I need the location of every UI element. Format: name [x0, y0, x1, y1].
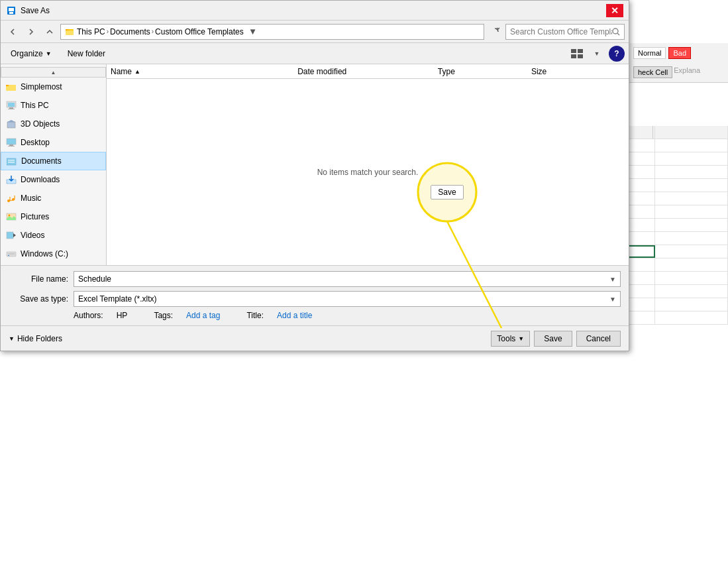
organize-arrow: ▼	[46, 50, 52, 57]
col-type-header[interactable]: Type	[438, 67, 531, 76]
sidebar-item-music-label: Music	[21, 194, 41, 203]
view-toggle-button[interactable]	[569, 46, 585, 62]
dialog-footer: ▼ Hide Folders Tools ▼ Save Cancel	[1, 325, 629, 351]
grid-cell	[655, 272, 728, 284]
dialog-title-text: Save As	[21, 6, 606, 15]
title-meta-label: Title:	[246, 311, 264, 320]
breadcrumb: This PC › Documents › Custom Office Temp…	[77, 27, 244, 36]
authors-value: HP	[117, 311, 128, 320]
grid-cell	[655, 139, 728, 152]
address-bar[interactable]: This PC › Documents › Custom Office Temp…	[60, 24, 484, 40]
new-folder-button[interactable]: New folder	[62, 46, 111, 62]
metadata-row: Authors: HP Tags: Add a tag Title: Add a…	[74, 311, 621, 320]
save-button[interactable]: Save	[534, 331, 572, 347]
cancel-button[interactable]: Cancel	[576, 331, 621, 347]
sidebar-item-simplemost-label: Simplemost	[21, 82, 62, 91]
dialog-titlebar: Save As ✕	[1, 1, 629, 21]
col-name-sort-icon: ▲	[134, 68, 140, 75]
view-dropdown-button[interactable]: ▼	[589, 46, 605, 62]
sidebar-item-pictures[interactable]: Pictures	[1, 207, 106, 226]
breadcrumb-thispc: This PC	[77, 27, 105, 36]
sidebar-scroll-up[interactable]: ▲	[1, 67, 106, 78]
svg-rect-22	[9, 144, 13, 146]
dialog-body: ▲ Simplemost This PC 3D Objects Desktop …	[1, 64, 629, 265]
sidebar-item-windows-c[interactable]: Windows (C:)	[1, 245, 106, 263]
svg-rect-1	[9, 8, 14, 11]
savetype-input-wrapper[interactable]: Excel Template (*.xltx) ▼	[74, 291, 621, 307]
svg-rect-19	[7, 122, 15, 128]
tools-button[interactable]: Tools ▼	[491, 331, 530, 347]
sidebar-item-downloads[interactable]: Downloads	[1, 170, 106, 189]
dialog-form: File name: ▼ Save as type: Excel Templat…	[1, 265, 629, 325]
tags-add-link[interactable]: Add a tag	[186, 311, 220, 320]
sidebar-item-documents[interactable]: Documents	[1, 152, 106, 170]
grid-cell	[655, 205, 728, 218]
svg-rect-26	[8, 162, 15, 163]
sidebar-item-simplemost[interactable]: Simplemost	[1, 78, 106, 96]
svg-point-40	[8, 255, 9, 256]
col-size-header[interactable]: Size	[531, 67, 625, 76]
save-as-dialog: Save As ✕ This PC › Documents › Custom O…	[0, 0, 629, 351]
sidebar-item-videos[interactable]: Videos	[1, 226, 106, 245]
forward-button[interactable]	[23, 25, 39, 39]
hide-folders-label: Hide Folders	[17, 334, 62, 343]
svg-rect-10	[571, 54, 576, 58]
refresh-button[interactable]	[487, 24, 503, 40]
sidebar-item-thispc[interactable]: This PC	[1, 96, 106, 115]
up-button[interactable]	[42, 25, 58, 39]
svg-rect-2	[9, 12, 13, 14]
excel-ribbon: Normal Bad heck Cell Explana	[629, 43, 728, 83]
sidebar-item-3dobjects-label: 3D Objects	[21, 119, 60, 129]
sidebar-item-downloads-label: Downloads	[21, 175, 60, 184]
address-dropdown-button[interactable]: ▼	[246, 25, 260, 39]
sidebar-item-desktop[interactable]: Desktop	[1, 133, 106, 152]
no-items-message: No items match your search.	[107, 79, 629, 265]
sidebar-item-windows-label: Windows (C:)	[21, 249, 68, 258]
savetype-row: Save as type: Excel Template (*.xltx) ▼	[9, 291, 621, 307]
grid-cell	[655, 245, 728, 258]
svg-rect-21	[7, 139, 16, 144]
organize-button[interactable]: Organize ▼	[5, 46, 58, 62]
savetype-label: Save as type:	[9, 294, 68, 304]
sidebar-item-3dobjects[interactable]: 3D Objects	[1, 115, 106, 133]
filename-input-wrapper[interactable]: ▼	[74, 271, 621, 287]
breadcrumb-sep1: ›	[107, 28, 109, 35]
ribbon-normal: Normal	[633, 47, 666, 59]
svg-point-6	[613, 28, 618, 34]
grid-cell	[655, 152, 728, 165]
grid-cell	[655, 126, 728, 139]
tags-label: Tags:	[154, 311, 173, 320]
ribbon-check-cell: heck Cell	[633, 66, 672, 78]
svg-rect-38	[7, 252, 16, 256]
dialog-toolbar: This PC › Documents › Custom Office Temp…	[1, 21, 629, 43]
grid-cell	[655, 179, 728, 192]
col-name-header[interactable]: Name ▲	[111, 67, 297, 76]
filename-input[interactable]	[78, 274, 609, 284]
hide-folders-button[interactable]: ▼ Hide Folders	[9, 334, 62, 343]
savetype-dropdown-arrow[interactable]: ▼	[609, 296, 616, 303]
back-button[interactable]	[5, 25, 21, 39]
grid-cell	[655, 311, 728, 324]
col-date-header[interactable]: Date modified	[297, 67, 438, 76]
column-headers[interactable]: Name ▲ Date modified Type Size	[107, 64, 629, 79]
dialog-close-button[interactable]: ✕	[606, 4, 623, 17]
sidebar-item-music[interactable]: Music	[1, 189, 106, 207]
filename-dropdown-arrow[interactable]: ▼	[609, 276, 616, 283]
title-add-link[interactable]: Add a title	[277, 311, 312, 320]
search-bar[interactable]	[505, 24, 625, 40]
dialog-main-content: Name ▲ Date modified Type Size No items …	[107, 64, 629, 265]
svg-marker-20	[7, 120, 15, 122]
grid-cell	[655, 298, 728, 311]
svg-rect-17	[9, 107, 13, 109]
breadcrumb-custom: Custom Office Templates	[155, 27, 244, 36]
svg-rect-18	[8, 109, 15, 109]
authors-label: Authors:	[74, 311, 103, 320]
search-input[interactable]	[510, 27, 612, 36]
help-button[interactable]: ?	[609, 46, 625, 62]
svg-rect-8	[571, 49, 576, 53]
ribbon-explain: Explana	[674, 66, 700, 78]
svg-line-7	[617, 33, 619, 35]
svg-rect-11	[578, 54, 583, 58]
filename-label: File name:	[9, 274, 68, 284]
ribbon-bad: Bad	[668, 47, 691, 59]
